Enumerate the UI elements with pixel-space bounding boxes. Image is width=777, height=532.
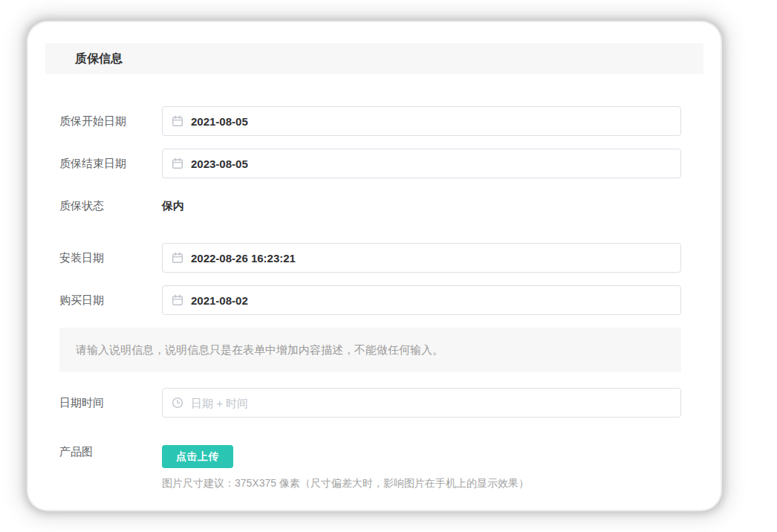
datetime-label: 日期时间 bbox=[59, 396, 162, 410]
warranty-start-label: 质保开始日期 bbox=[59, 114, 162, 129]
form-row-purchase-date: 购买日期 bbox=[45, 285, 681, 315]
product-image-label: 产品图 bbox=[59, 445, 162, 459]
purchase-date-value[interactable] bbox=[163, 286, 680, 314]
section-header: 质保信息 bbox=[45, 43, 703, 74]
install-date-value[interactable] bbox=[163, 244, 680, 272]
form-row-warranty-start: 质保开始日期 bbox=[45, 106, 681, 136]
warranty-status-value: 保内 bbox=[162, 199, 184, 213]
form-row-warranty-status: 质保状态 保内 bbox=[45, 191, 681, 221]
description-note-text: 请输入说明信息，说明信息只是在表单中增加内容描述，不能做任何输入。 bbox=[76, 343, 443, 357]
warranty-end-label: 质保结束日期 bbox=[59, 157, 162, 171]
clock-icon bbox=[172, 397, 183, 409]
upload-size-hint: 图片尺寸建议：375X375 像素（尺寸偏差大时，影响图片在手机上的显示效果） bbox=[162, 477, 681, 490]
purchase-date-label: 购买日期 bbox=[59, 293, 162, 308]
warranty-status-label: 质保状态 bbox=[59, 199, 162, 213]
warranty-start-date-input[interactable] bbox=[162, 106, 681, 136]
warranty-info-card: 质保信息 质保开始日期 bbox=[28, 22, 721, 510]
calendar-icon bbox=[172, 252, 183, 264]
warranty-end-date-input[interactable] bbox=[162, 149, 681, 178]
page: 质保信息 质保开始日期 bbox=[0, 0, 777, 532]
calendar-icon bbox=[172, 158, 183, 169]
upload-area: 点击上传 图片尺寸建议：375X375 像素（尺寸偏差大时，影响图片在手机上的显… bbox=[162, 445, 681, 490]
description-note-bar: 请输入说明信息，说明信息只是在表单中增加内容描述，不能做任何输入。 bbox=[59, 328, 681, 372]
purchase-date-input[interactable] bbox=[162, 285, 681, 315]
install-date-input[interactable] bbox=[162, 243, 681, 273]
calendar-icon bbox=[172, 294, 183, 306]
calendar-icon bbox=[172, 115, 183, 127]
form-row-datetime: 日期时间 bbox=[45, 388, 681, 418]
upload-button[interactable]: 点击上传 bbox=[162, 445, 233, 468]
datetime-input[interactable] bbox=[162, 388, 681, 418]
warranty-form: 质保开始日期 质保结束日期 bbox=[45, 74, 681, 490]
install-date-label: 安装日期 bbox=[59, 251, 162, 265]
datetime-value[interactable] bbox=[163, 389, 680, 417]
form-row-product-image: 产品图 点击上传 图片尺寸建议：375X375 像素（尺寸偏差大时，影响图片在手… bbox=[45, 430, 681, 490]
form-row-install-date: 安装日期 bbox=[45, 243, 681, 273]
warranty-end-date-value[interactable] bbox=[163, 149, 680, 178]
section-title: 质保信息 bbox=[75, 51, 123, 67]
warranty-start-date-value[interactable] bbox=[163, 107, 680, 135]
form-row-warranty-end: 质保结束日期 bbox=[45, 149, 681, 178]
